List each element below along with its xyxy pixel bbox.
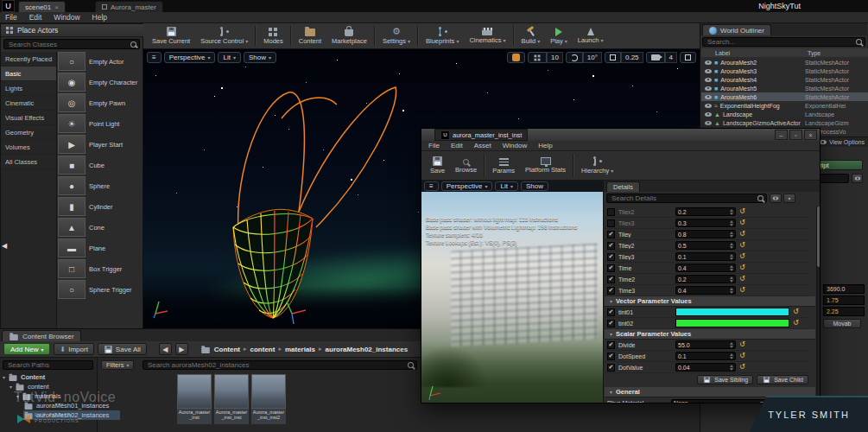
material-preview-viewport[interactable]: Base pass shader: without light map: 116… [421, 192, 603, 403]
menu-window[interactable]: Window [54, 13, 79, 22]
category-volumes[interactable]: Volumes [1, 140, 56, 155]
vector-param-row[interactable]: ✔tint02↺ [605, 318, 810, 329]
column-label[interactable]: Label [715, 50, 730, 56]
param-checkbox[interactable]: ✔ [607, 308, 615, 316]
game-view-button[interactable] [507, 52, 525, 63]
param-row[interactable]: Tilex20.2↺ [605, 206, 810, 218]
revert-icon[interactable]: ↺ [739, 353, 745, 359]
add-new-button[interactable]: Add New▾ [3, 343, 50, 355]
rotation-snap-value[interactable]: 10° [583, 52, 602, 63]
viewport-options-button[interactable]: ≡ [424, 181, 439, 191]
save-current-button[interactable]: Save Current [147, 23, 195, 48]
param-checkbox[interactable]: ✔ [607, 287, 615, 295]
menu-window[interactable]: Window [503, 142, 527, 149]
world-outliner-tab[interactable]: World Outliner [702, 24, 771, 35]
revert-icon[interactable]: ↺ [739, 264, 745, 271]
mobility-movable-button[interactable]: Movab [823, 319, 861, 328]
browse-button[interactable]: Browse [450, 151, 482, 180]
revert-icon[interactable]: ↺ [739, 276, 745, 283]
aurora-mesh-wireframe[interactable] [178, 67, 420, 326]
visibility-eye-icon[interactable] [705, 86, 712, 91]
outliner-row[interactable]: ▲LandscapeGizmoActiveActorLandscapeGizm [701, 118, 868, 127]
visibility-eye-icon[interactable] [705, 95, 712, 99]
revert-icon[interactable]: ↺ [739, 287, 745, 294]
details-display-button[interactable] [770, 194, 782, 203]
details-search-input[interactable] [610, 194, 757, 203]
param-checkbox[interactable]: ✔ [607, 231, 615, 238]
rotation-snap-button[interactable] [566, 52, 583, 63]
camera-speed-value[interactable]: 4 [665, 52, 677, 63]
scalar-param-row[interactable]: ✔Divide55.0↺ [605, 340, 810, 351]
modes-button[interactable]: Modes [258, 23, 288, 48]
revert-icon[interactable]: ↺ [793, 320, 799, 327]
scale-snap-value[interactable]: 0.25 [621, 52, 643, 63]
material-instance-tab[interactable]: U aurora_master_inst_inst [434, 129, 528, 141]
param-checkbox[interactable]: ✔ [607, 320, 615, 327]
param-checkbox[interactable]: ✔ [607, 353, 615, 360]
category-basic[interactable]: Basic [1, 67, 56, 81]
color-swatch-tint02[interactable] [675, 319, 789, 327]
visibility-eye-icon[interactable] [705, 121, 712, 125]
viewport-options-button[interactable]: ≡ [147, 52, 162, 63]
show-flags-button[interactable]: Show▾ [244, 52, 276, 63]
menu-file[interactable]: File [5, 13, 17, 22]
category-recently-placed[interactable]: Recently Placed [1, 52, 56, 67]
category-all-classes[interactable]: All Classes [1, 155, 56, 169]
param-checkbox[interactable]: ✔ [607, 276, 615, 283]
details-scrollbar[interactable] [816, 206, 820, 397]
material-instance-editor-window[interactable]: U aurora_master_inst_inst – ▫ × File Edi… [421, 128, 820, 403]
marketplace-button[interactable]: Marketplace [326, 23, 372, 48]
breadcrumb-content[interactable]: Content [214, 346, 240, 353]
category-cinematic[interactable]: Cinematic [1, 96, 56, 111]
actor-point-light[interactable]: ☀Point Light [58, 113, 143, 134]
revert-icon[interactable]: ↺ [739, 242, 745, 249]
actor-sphere[interactable]: ●Sphere [58, 175, 143, 196]
outliner-row[interactable]: ▲LandscapeLandscape [701, 110, 868, 118]
menu-help[interactable]: Help [538, 142, 552, 149]
play-button[interactable]: Play▾ [545, 23, 573, 48]
param-row[interactable]: Tilex30.3↺ [605, 218, 810, 229]
perspective-button[interactable]: Perspective▾ [441, 181, 493, 191]
platform-stats-button[interactable]: Platform Stats [520, 151, 571, 180]
save-button[interactable]: Save [425, 151, 450, 180]
collapse-panel-arrow-icon[interactable]: ◀ [2, 242, 7, 250]
launch-button[interactable]: Launch▾ [573, 23, 609, 48]
revert-icon[interactable]: ↺ [739, 253, 745, 260]
param-row[interactable]: ✔Tiley0.8↺ [605, 229, 810, 240]
cinematics-button[interactable]: Cinematics▾ [464, 23, 510, 48]
search-assets-input[interactable] [146, 360, 408, 370]
asset-item[interactable]: Aurora_master_inst_inst [214, 374, 249, 424]
menu-edit[interactable]: Edit [451, 142, 463, 149]
menu-file[interactable]: File [428, 142, 440, 149]
revert-icon[interactable]: ↺ [739, 341, 745, 348]
window-tab-scene01[interactable]: scene01 × [18, 1, 66, 12]
actor-empty-character[interactable]: ◉Empty Character [58, 72, 143, 92]
outliner-row-selected[interactable]: ■ArouraMesh6StaticMeshActor [701, 92, 868, 101]
blueprints-button[interactable]: Blueprints▾ [421, 23, 464, 48]
actor-player-start[interactable]: ▶Player Start [58, 134, 143, 155]
view-mode-lit-button[interactable]: Lit▾ [218, 52, 240, 63]
build-button[interactable]: Build▾ [516, 23, 546, 48]
param-checkbox[interactable]: ✔ [607, 253, 615, 261]
outliner-row[interactable]: ■ArouraMesh3StaticMeshActor [701, 67, 868, 75]
breadcrumb-materials[interactable]: materials [285, 346, 315, 353]
camera-speed-button[interactable] [646, 52, 665, 63]
search-classes-input[interactable] [7, 40, 130, 49]
view-mode-lit-button[interactable]: Lit▾ [495, 181, 517, 191]
revert-icon[interactable]: ↺ [739, 219, 745, 226]
save-child-button[interactable]: Save Child [757, 375, 808, 384]
outliner-row[interactable]: ■ArouraMesh5StaticMeshActor [701, 84, 868, 92]
content-browser-tab[interactable]: Content Browser [2, 330, 81, 341]
param-row[interactable]: ✔Tiley30.1↺ [605, 251, 810, 263]
actor-cone[interactable]: ▲Cone [58, 217, 143, 238]
window-titlebar[interactable]: U aurora_master_inst_inst – ▫ × [421, 129, 820, 141]
actor-cylinder[interactable]: ▮Cylinder [58, 196, 143, 217]
visibility-eye-icon[interactable] [705, 69, 712, 73]
outliner-row[interactable]: ≈ExponentialHeightFogExponentialHei [701, 101, 868, 110]
category-lights[interactable]: Lights [1, 81, 56, 96]
grid-snap-button[interactable] [528, 52, 547, 63]
minimize-button[interactable]: – [775, 130, 788, 140]
param-checkbox[interactable] [607, 208, 615, 216]
hierarchy-button[interactable]: Hierarchy▾ [576, 151, 618, 180]
show-flags-button[interactable]: Show [521, 181, 548, 191]
